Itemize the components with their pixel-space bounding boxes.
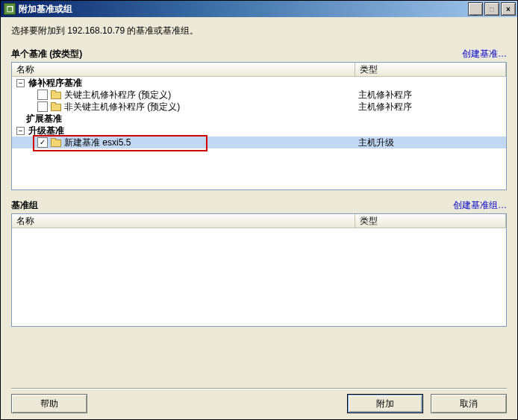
baseline-groups-section-title: 基准组 xyxy=(11,199,38,212)
checkbox[interactable] xyxy=(37,90,48,100)
baseline-label: 关键主机修补程序 (预定义) xyxy=(64,89,171,101)
baseline-label: 新建基准 esxi5.5 xyxy=(64,137,131,149)
create-baseline-link[interactable]: 创建基准… xyxy=(462,48,507,60)
group-patch-baselines[interactable]: − 修补程序基准 xyxy=(12,77,506,89)
folder-icon xyxy=(51,138,61,147)
button-bar: 帮助 附加 取消 xyxy=(11,389,507,413)
close-button[interactable]: × xyxy=(501,2,516,16)
group-extension-baselines[interactable]: 扩展基准 xyxy=(12,113,506,125)
folder-icon xyxy=(51,102,61,111)
baselines-columns: 名称 类型 xyxy=(12,63,506,77)
baseline-label: 非关键主机修补程序 (预定义) xyxy=(64,101,180,113)
help-button[interactable]: 帮助 xyxy=(11,394,87,413)
checkbox-checked[interactable]: ✓ xyxy=(37,137,48,148)
baselines-listbox: 名称 类型 − 修补程序基准 关键主机修补程序 (预定 xyxy=(11,62,507,190)
instruction-text: 选择要附加到 192.168.10.79 的基准或基准组。 xyxy=(11,25,507,37)
title-bar: ❐ 附加基准或组 _ □ × xyxy=(1,1,517,17)
collapse-icon[interactable]: − xyxy=(16,127,25,135)
collapse-icon[interactable]: − xyxy=(16,79,25,87)
maximize-button[interactable]: □ xyxy=(484,2,499,16)
baseline-groups-listbox: 名称 类型 xyxy=(11,213,507,327)
baselines-col-name[interactable]: 名称 xyxy=(12,63,355,76)
minimize-button[interactable]: _ xyxy=(468,2,483,16)
baseline-groups-columns: 名称 类型 xyxy=(12,214,506,228)
folder-icon xyxy=(51,90,61,99)
create-baseline-group-link[interactable]: 创建基准组… xyxy=(453,199,507,212)
checkbox[interactable] xyxy=(37,101,48,112)
window-title: 附加基准或组 xyxy=(16,3,466,16)
group-upgrade-baselines[interactable]: − 升级基准 xyxy=(12,125,506,137)
baseline-type: 主机修补程序 xyxy=(355,89,506,101)
baseline-type: 主机升级 xyxy=(355,137,506,149)
baselines-col-type[interactable]: 类型 xyxy=(355,63,506,76)
baseline-groups-col-type[interactable]: 类型 xyxy=(355,214,506,228)
baseline-row[interactable]: 关键主机修补程序 (预定义) 主机修补程序 xyxy=(12,89,506,101)
baseline-row[interactable]: 非关键主机修补程序 (预定义) 主机修补程序 xyxy=(12,101,506,113)
attach-button[interactable]: 附加 xyxy=(347,394,423,413)
baseline-groups-body xyxy=(12,228,506,326)
baseline-groups-col-name[interactable]: 名称 xyxy=(12,214,355,228)
baseline-row-selected[interactable]: ✓ 新建基准 esxi5.5 主机升级 xyxy=(12,137,506,148)
baseline-type: 主机修补程序 xyxy=(355,101,506,113)
app-icon: ❐ xyxy=(4,3,16,15)
baselines-section-title: 单个基准 (按类型) xyxy=(11,48,82,60)
baselines-body: − 修补程序基准 关键主机修补程序 (预定义) 主机修补程序 xyxy=(12,77,506,189)
cancel-button[interactable]: 取消 xyxy=(431,394,507,413)
